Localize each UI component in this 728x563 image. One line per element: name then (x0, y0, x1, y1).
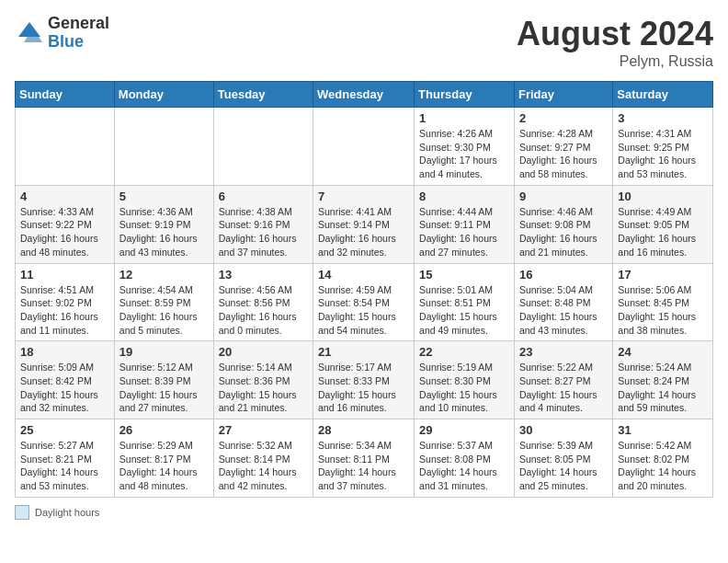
day-detail: Sunrise: 4:46 AMSunset: 9:08 PMDaylight:… (519, 205, 608, 259)
calendar-cell: 3Sunrise: 4:31 AMSunset: 9:25 PMDaylight… (613, 108, 713, 186)
day-detail: Sunrise: 4:44 AMSunset: 9:11 PMDaylight:… (419, 205, 509, 259)
day-detail: Sunrise: 4:33 AMSunset: 9:22 PMDaylight:… (20, 205, 109, 259)
day-number: 11 (20, 268, 109, 282)
day-number: 14 (318, 268, 409, 282)
day-detail: Sunrise: 5:24 AMSunset: 8:24 PMDaylight:… (618, 361, 708, 415)
column-header-saturday: Saturday (613, 82, 713, 108)
day-detail: Sunrise: 5:42 AMSunset: 8:02 PMDaylight:… (618, 439, 708, 493)
column-header-monday: Monday (114, 82, 213, 108)
calendar-week-row: 4Sunrise: 4:33 AMSunset: 9:22 PMDaylight… (16, 185, 713, 263)
calendar-cell: 23Sunrise: 5:22 AMSunset: 8:27 PMDayligh… (514, 341, 612, 419)
calendar-cell (313, 108, 415, 186)
day-number: 31 (618, 423, 708, 437)
calendar-cell: 27Sunrise: 5:32 AMSunset: 8:14 PMDayligh… (213, 419, 313, 498)
day-number: 6 (219, 190, 308, 203)
column-header-wednesday: Wednesday (313, 82, 415, 108)
calendar-cell: 30Sunrise: 5:39 AMSunset: 8:05 PMDayligh… (514, 419, 612, 498)
logo-blue-text: Blue (48, 33, 109, 52)
calendar-cell: 8Sunrise: 4:44 AMSunset: 9:11 PMDaylight… (415, 185, 515, 263)
calendar-cell: 1Sunrise: 4:26 AMSunset: 9:30 PMDaylight… (415, 108, 515, 186)
page-header: General Blue August 2024 Pelym, Russia (15, 15, 713, 70)
day-detail: Sunrise: 5:37 AMSunset: 8:08 PMDaylight:… (419, 439, 509, 493)
day-detail: Sunrise: 4:59 AMSunset: 8:54 PMDaylight:… (318, 283, 409, 338)
day-detail: Sunrise: 5:32 AMSunset: 8:14 PMDaylight:… (219, 439, 308, 493)
day-number: 27 (219, 423, 308, 437)
logo-text: General Blue (48, 15, 109, 52)
day-detail: Sunrise: 5:34 AMSunset: 8:11 PMDaylight:… (318, 439, 409, 493)
calendar-header-row: SundayMondayTuesdayWednesdayThursdayFrid… (16, 82, 713, 108)
day-number: 4 (20, 190, 109, 203)
calendar-cell: 11Sunrise: 4:51 AMSunset: 9:02 PMDayligh… (16, 263, 115, 341)
calendar-cell: 10Sunrise: 4:49 AMSunset: 9:05 PMDayligh… (613, 185, 713, 263)
calendar-cell (213, 108, 313, 186)
day-number: 8 (419, 190, 509, 203)
calendar-cell: 14Sunrise: 4:59 AMSunset: 8:54 PMDayligh… (313, 263, 415, 341)
calendar-table: SundayMondayTuesdayWednesdayThursdayFrid… (15, 81, 713, 498)
calendar-cell (114, 108, 213, 186)
calendar-cell: 22Sunrise: 5:19 AMSunset: 8:30 PMDayligh… (415, 341, 515, 419)
column-header-thursday: Thursday (415, 82, 515, 108)
legend-color-box (15, 505, 29, 520)
day-detail: Sunrise: 5:14 AMSunset: 8:36 PMDaylight:… (219, 361, 308, 415)
day-number: 23 (519, 345, 608, 359)
day-detail: Sunrise: 5:22 AMSunset: 8:27 PMDaylight:… (519, 361, 608, 415)
legend: Daylight hours (15, 505, 713, 520)
calendar-cell: 16Sunrise: 5:04 AMSunset: 8:48 PMDayligh… (514, 263, 612, 341)
day-number: 3 (618, 111, 708, 125)
day-number: 2 (519, 111, 608, 125)
calendar-cell (16, 108, 115, 186)
day-number: 30 (519, 423, 608, 437)
calendar-cell: 17Sunrise: 5:06 AMSunset: 8:45 PMDayligh… (613, 263, 713, 341)
calendar-cell: 19Sunrise: 5:12 AMSunset: 8:39 PMDayligh… (114, 341, 213, 419)
day-detail: Sunrise: 4:54 AMSunset: 8:59 PMDaylight:… (119, 283, 209, 338)
calendar-week-row: 1Sunrise: 4:26 AMSunset: 9:30 PMDaylight… (16, 108, 713, 186)
calendar-cell: 20Sunrise: 5:14 AMSunset: 8:36 PMDayligh… (213, 341, 313, 419)
calendar-week-row: 25Sunrise: 5:27 AMSunset: 8:21 PMDayligh… (16, 419, 713, 498)
calendar-cell: 18Sunrise: 5:09 AMSunset: 8:42 PMDayligh… (16, 341, 115, 419)
calendar-cell: 15Sunrise: 5:01 AMSunset: 8:51 PMDayligh… (415, 263, 515, 341)
day-number: 5 (119, 190, 209, 203)
calendar-cell: 28Sunrise: 5:34 AMSunset: 8:11 PMDayligh… (313, 419, 415, 498)
day-detail: Sunrise: 4:49 AMSunset: 9:05 PMDaylight:… (618, 205, 708, 259)
day-detail: Sunrise: 4:26 AMSunset: 9:30 PMDaylight:… (419, 127, 509, 181)
calendar-cell: 9Sunrise: 4:46 AMSunset: 9:08 PMDaylight… (514, 185, 612, 263)
day-detail: Sunrise: 5:04 AMSunset: 8:48 PMDaylight:… (519, 283, 608, 338)
day-number: 21 (318, 345, 409, 359)
calendar-cell: 26Sunrise: 5:29 AMSunset: 8:17 PMDayligh… (114, 419, 213, 498)
day-detail: Sunrise: 4:36 AMSunset: 9:19 PMDaylight:… (119, 205, 209, 259)
day-detail: Sunrise: 5:12 AMSunset: 8:39 PMDaylight:… (119, 361, 209, 415)
calendar-cell: 31Sunrise: 5:42 AMSunset: 8:02 PMDayligh… (613, 419, 713, 498)
day-number: 18 (20, 345, 109, 359)
day-detail: Sunrise: 5:29 AMSunset: 8:17 PMDaylight:… (119, 439, 209, 493)
day-number: 29 (419, 423, 509, 437)
day-number: 20 (219, 345, 308, 359)
month-year-title: August 2024 (517, 15, 713, 53)
day-detail: Sunrise: 4:28 AMSunset: 9:27 PMDaylight:… (519, 127, 608, 181)
day-number: 13 (219, 268, 308, 282)
day-detail: Sunrise: 4:38 AMSunset: 9:16 PMDaylight:… (219, 205, 308, 259)
calendar-cell: 12Sunrise: 4:54 AMSunset: 8:59 PMDayligh… (114, 263, 213, 341)
calendar-week-row: 11Sunrise: 4:51 AMSunset: 9:02 PMDayligh… (16, 263, 713, 341)
day-number: 1 (419, 111, 509, 125)
day-number: 19 (119, 345, 209, 359)
logo-icon (15, 18, 44, 48)
day-number: 22 (419, 345, 509, 359)
day-number: 7 (318, 190, 409, 203)
column-header-tuesday: Tuesday (213, 82, 313, 108)
calendar-cell: 13Sunrise: 4:56 AMSunset: 8:56 PMDayligh… (213, 263, 313, 341)
legend-label: Daylight hours (35, 507, 99, 518)
column-header-sunday: Sunday (16, 82, 115, 108)
calendar-cell: 2Sunrise: 4:28 AMSunset: 9:27 PMDaylight… (514, 108, 612, 186)
day-detail: Sunrise: 5:27 AMSunset: 8:21 PMDaylight:… (20, 439, 109, 493)
day-detail: Sunrise: 4:31 AMSunset: 9:25 PMDaylight:… (618, 127, 708, 181)
day-number: 26 (119, 423, 209, 437)
day-detail: Sunrise: 5:39 AMSunset: 8:05 PMDaylight:… (519, 439, 608, 493)
day-number: 28 (318, 423, 409, 437)
title-block: August 2024 Pelym, Russia (517, 15, 713, 70)
column-header-friday: Friday (514, 82, 612, 108)
calendar-cell: 21Sunrise: 5:17 AMSunset: 8:33 PMDayligh… (313, 341, 415, 419)
day-detail: Sunrise: 5:01 AMSunset: 8:51 PMDaylight:… (419, 283, 509, 338)
day-number: 12 (119, 268, 209, 282)
day-detail: Sunrise: 5:17 AMSunset: 8:33 PMDaylight:… (318, 361, 409, 415)
calendar-cell: 25Sunrise: 5:27 AMSunset: 8:21 PMDayligh… (16, 419, 115, 498)
